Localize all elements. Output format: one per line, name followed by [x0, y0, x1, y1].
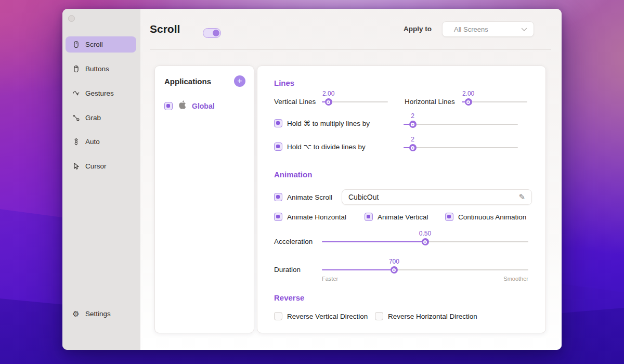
- animate-scroll-label: Animate Scroll: [287, 193, 332, 201]
- sidebar-item-buttons[interactable]: Buttons: [66, 61, 136, 77]
- animate-vertical-option[interactable]: Animate Vertical: [365, 213, 428, 221]
- sidebar-item-gestures[interactable]: Gestures: [66, 85, 136, 101]
- reverse-horizontal-label: Reverse Horizontal Direction: [388, 313, 477, 320]
- sidebar-item-cursor[interactable]: Cursor: [66, 158, 136, 174]
- vertical-lines-slider[interactable]: 2.00: [322, 98, 388, 106]
- auto-scroll-icon: [72, 138, 80, 146]
- divide-checkbox[interactable]: [274, 142, 282, 151]
- slider-value: 2: [411, 136, 414, 143]
- checkbox-mark: [447, 215, 451, 218]
- reverse-horizontal-option[interactable]: Reverse Horizontal Direction: [375, 312, 477, 320]
- animate-vertical-checkbox[interactable]: [365, 213, 373, 221]
- slider-value: 0.50: [419, 230, 431, 237]
- slider-thumb[interactable]: [325, 98, 332, 106]
- duration-faster-hint: Faster: [322, 276, 338, 282]
- section-heading-reverse: Reverse: [274, 293, 304, 302]
- continuous-animation-label: Continuous Animation: [458, 213, 526, 221]
- sidebar-item-label: Grab: [85, 114, 101, 122]
- apply-to-select[interactable]: All Screens: [442, 21, 534, 37]
- sidebar-item-settings[interactable]: ⚙ Settings: [66, 306, 136, 322]
- application-item-global[interactable]: Global: [155, 100, 254, 111]
- checkbox-mark: [276, 121, 280, 125]
- duration-label: Duration: [274, 266, 301, 274]
- checkbox-mark: [166, 104, 170, 108]
- scroll-enabled-toggle[interactable]: [203, 28, 221, 38]
- checkbox-mark: [276, 195, 280, 199]
- continuous-animation-option[interactable]: Continuous Animation: [445, 213, 526, 221]
- checkbox-mark: [276, 145, 280, 148]
- apple-icon: [178, 100, 187, 111]
- apply-to-label: Apply to: [404, 25, 432, 33]
- chevron-down-icon: [521, 24, 527, 34]
- reverse-vertical-checkbox[interactable]: [274, 312, 282, 320]
- horizontal-lines-slider[interactable]: 2.00: [462, 98, 527, 106]
- add-application-button[interactable]: +: [234, 75, 245, 87]
- easing-field[interactable]: CubicOut ✎: [342, 189, 532, 205]
- acceleration-label: Acceleration: [274, 238, 313, 245]
- multiply-checkbox[interactable]: [274, 119, 282, 127]
- cursor-icon: [72, 162, 80, 171]
- application-label: Global: [192, 102, 215, 110]
- slider-thumb[interactable]: [422, 238, 429, 245]
- slider-thumb[interactable]: [409, 144, 417, 151]
- command-key-icon: ⌘: [304, 120, 311, 127]
- divide-slider[interactable]: 2: [404, 144, 518, 151]
- section-heading-lines: Lines: [274, 79, 294, 87]
- global-checkbox[interactable]: [164, 102, 173, 110]
- sidebar-item-label: Buttons: [85, 65, 109, 73]
- mouse-scroll-icon: [72, 41, 80, 49]
- sidebar: Scroll Buttons Gestures Grab Auto: [62, 9, 140, 350]
- page-title: Scroll: [150, 23, 180, 35]
- animate-scroll-checkbox[interactable]: [274, 193, 282, 201]
- sidebar-item-scroll[interactable]: Scroll: [66, 36, 136, 53]
- animate-horizontal-label: Animate Horizontal: [287, 213, 346, 221]
- duration-slider[interactable]: 700 Faster Smoother: [322, 266, 528, 274]
- checkbox-mark: [276, 215, 280, 218]
- toggle-knob: [213, 30, 219, 36]
- horizontal-lines-label: Horizontal Lines: [405, 98, 455, 106]
- gestures-icon: [72, 89, 80, 98]
- gear-icon: ⚙: [72, 310, 80, 318]
- section-heading-animation: Animation: [274, 170, 312, 179]
- app-window: Scroll Buttons Gestures Grab Auto: [62, 9, 562, 350]
- sidebar-item-label: Cursor: [85, 162, 107, 170]
- reverse-horizontal-checkbox[interactable]: [375, 312, 383, 320]
- easing-value: CubicOut: [348, 193, 518, 201]
- animate-scroll-option[interactable]: Animate Scroll: [274, 193, 332, 201]
- scroll-settings-panel: Lines Vertical Lines 2.00 Horizontal Lin…: [257, 66, 546, 333]
- sidebar-item-label: Gestures: [85, 89, 114, 97]
- sidebar-item-auto[interactable]: Auto: [66, 134, 136, 150]
- apply-to-value: All Screens: [454, 25, 521, 33]
- slider-thumb[interactable]: [391, 266, 398, 274]
- option-key-icon: ⌥: [304, 143, 312, 151]
- sidebar-item-label: Scroll: [85, 41, 103, 48]
- sidebar-item-label: Settings: [85, 310, 111, 318]
- pencil-icon[interactable]: ✎: [518, 192, 525, 202]
- slider-value: 2: [411, 112, 414, 120]
- duration-smoother-hint: Smoother: [503, 276, 528, 282]
- continuous-animation-checkbox[interactable]: [445, 213, 453, 221]
- vertical-lines-label: Vertical Lines: [274, 98, 316, 106]
- multiply-slider[interactable]: 2: [404, 121, 518, 128]
- reverse-vertical-label: Reverse Vertical Direction: [287, 313, 368, 320]
- slider-value: 2.00: [322, 90, 334, 97]
- slider-thumb[interactable]: [409, 121, 417, 128]
- animate-horizontal-option[interactable]: Animate Horizontal: [274, 213, 346, 221]
- multiply-label: Hold ⌘ to multiply lines by: [287, 119, 370, 127]
- header-divider: [150, 49, 551, 50]
- divide-label: Hold ⌥ to divide lines by: [287, 142, 366, 151]
- main-content: Scroll Apply to All Screens Applications…: [140, 9, 562, 350]
- multiply-lines-option[interactable]: Hold ⌘ to multiply lines by: [274, 119, 370, 127]
- slider-thumb[interactable]: [465, 98, 472, 106]
- grab-icon: [72, 114, 80, 122]
- divide-lines-option[interactable]: Hold ⌥ to divide lines by: [274, 142, 366, 151]
- acceleration-slider[interactable]: 0.50: [322, 238, 528, 245]
- checkbox-mark: [367, 215, 370, 218]
- window-close-button[interactable]: [68, 15, 75, 22]
- applications-title: Applications: [164, 77, 211, 86]
- reverse-vertical-option[interactable]: Reverse Vertical Direction: [274, 312, 368, 320]
- sidebar-item-grab[interactable]: Grab: [66, 110, 136, 126]
- animate-horizontal-checkbox[interactable]: [274, 213, 282, 221]
- mouse-buttons-icon: [72, 65, 80, 73]
- slider-value: 2.00: [462, 90, 474, 97]
